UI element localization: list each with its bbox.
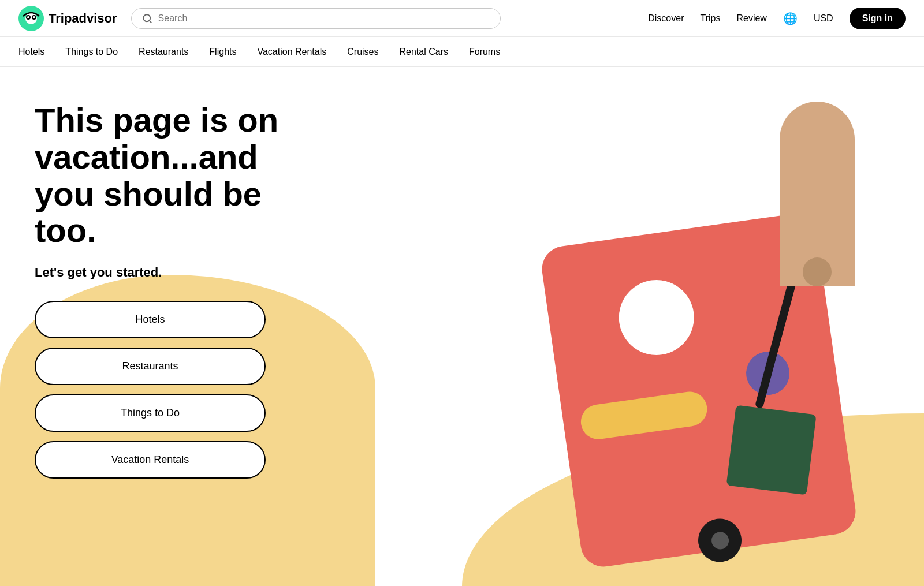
restaurants-button[interactable]: Restaurants (35, 348, 266, 385)
header-right: Discover Trips Review 🌐 USD Sign in (648, 8, 906, 29)
main-content: This page is on vacation...and you shoul… (0, 67, 924, 586)
page-subtitle: Let's get you started. (35, 265, 289, 280)
nav-hotels[interactable]: Hotels (18, 44, 44, 59)
language-selector[interactable]: 🌐 (783, 12, 798, 25)
things-to-do-button[interactable]: Things to Do (35, 394, 266, 432)
search-input[interactable] (158, 13, 490, 24)
logo-link[interactable]: Tripadvisor (18, 6, 117, 31)
white-circle-sticker (614, 275, 699, 360)
left-section: This page is on vacation...and you shoul… (0, 67, 323, 586)
nav-cruises[interactable]: Cruises (347, 44, 378, 59)
trips-link[interactable]: Trips (700, 13, 720, 24)
discover-link[interactable]: Discover (648, 13, 684, 24)
review-link[interactable]: Review (736, 13, 766, 24)
main-navbar: Hotels Things to Do Restaurants Flights … (0, 37, 924, 67)
svg-line-7 (149, 20, 151, 22)
nav-restaurants[interactable]: Restaurants (139, 44, 188, 59)
currency-label: USD (814, 13, 833, 24)
nav-vacation-rentals[interactable]: Vacation Rentals (257, 44, 326, 59)
nav-things-to-do[interactable]: Things to Do (65, 44, 118, 59)
nav-flights[interactable]: Flights (209, 44, 236, 59)
search-icon (142, 13, 152, 24)
globe-icon: 🌐 (783, 12, 798, 25)
site-header: Tripadvisor Discover Trips Review 🌐 USD … (0, 0, 924, 37)
yellow-stripe-sticker (579, 390, 709, 442)
navigation-buttons: Hotels Restaurants Things to Do Vacation… (35, 301, 289, 479)
hotels-button[interactable]: Hotels (35, 301, 266, 338)
currency-selector[interactable]: USD (814, 13, 833, 24)
svg-point-4 (27, 16, 29, 18)
signin-button[interactable]: Sign in (850, 8, 906, 29)
nav-rental-cars[interactable]: Rental Cars (399, 44, 448, 59)
green-rect-sticker (726, 405, 817, 495)
search-bar[interactable] (131, 8, 501, 29)
logo-text: Tripadvisor (49, 11, 117, 26)
right-section (323, 67, 924, 586)
suitcase-illustration (543, 102, 901, 575)
page-headline: This page is on vacation...and you shoul… (35, 102, 289, 249)
nav-forums[interactable]: Forums (469, 44, 500, 59)
svg-point-5 (33, 16, 35, 18)
tripadvisor-logo-icon (18, 6, 44, 31)
arm-illustration (780, 102, 855, 286)
vacation-rentals-button[interactable]: Vacation Rentals (35, 441, 266, 479)
